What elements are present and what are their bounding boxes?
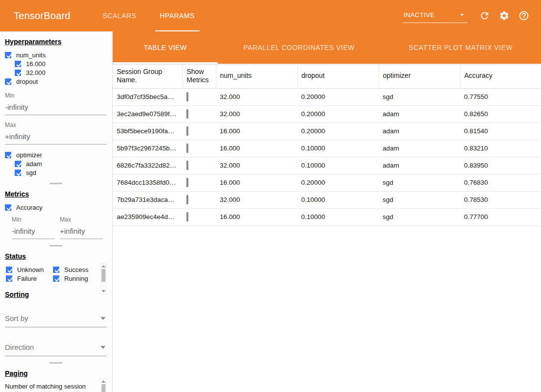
status-row-success: Success <box>53 265 97 274</box>
table-row[interactable]: 6826c7fa3322d82… 32.000 0.10000 adam 0.8… <box>113 157 541 174</box>
dropout-min-label: Min <box>5 92 106 99</box>
hyperparameters-section: Hyperparameters num_units 16.000 32.000 … <box>5 38 106 177</box>
tab-hparams[interactable]: HPARAMS <box>148 0 206 31</box>
help-button[interactable] <box>517 9 530 22</box>
col-show-metrics[interactable]: Show Metrics <box>182 64 216 88</box>
num-units-16-label: 16.000 <box>26 60 46 68</box>
sorting-title: Sorting <box>5 291 106 298</box>
table-body: 3df0d7cf35bec5a… 32.000 0.20000 sgd 0.77… <box>113 88 541 225</box>
dropout-cell: 0.20000 <box>297 174 379 191</box>
paging-title: Paging <box>5 369 97 377</box>
show-metrics-checkbox[interactable] <box>186 126 188 136</box>
accuracy-label: Accuracy <box>16 204 42 211</box>
optimizer-label: optimizer <box>16 151 42 159</box>
tab-table-view[interactable]: TABLE VIEW <box>113 31 218 64</box>
sorting-section: Sorting Sort by Direction <box>5 291 106 356</box>
show-metrics-checkbox[interactable] <box>186 212 188 221</box>
status-success-checkbox[interactable] <box>53 267 59 273</box>
metrics-min-input[interactable]: -infinity <box>12 227 55 239</box>
hparam-value-row: 32.000 <box>15 68 106 77</box>
metrics-title: Metrics <box>5 190 106 198</box>
tensorboard-logo: TensorBoard <box>14 10 71 22</box>
tab-scalars[interactable]: SCALARS <box>91 0 148 31</box>
table-row[interactable]: 3df0d7cf35bec5a… 32.000 0.20000 sgd 0.77… <box>113 88 541 105</box>
dropout-max-label: Max <box>5 122 106 128</box>
tab-parallel-coordinates-view[interactable]: PARALLEL COORDINATES VIEW <box>218 31 381 64</box>
sort-by-dropdown[interactable]: Sort by <box>5 313 106 327</box>
show-metrics-cell <box>182 208 216 225</box>
optimizer-adam-checkbox[interactable] <box>15 161 21 167</box>
dropout-checkbox[interactable] <box>5 78 11 85</box>
paging-scrollbar[interactable] <box>101 378 106 392</box>
main-content: TABLE VIEW PARALLEL COORDINATES VIEW SCA… <box>113 31 541 392</box>
col-optimizer[interactable]: optimizer <box>379 64 460 88</box>
table-row[interactable]: 5b97f3c2967245b… 16.000 0.10000 adam 0.8… <box>113 140 541 157</box>
refresh-button[interactable] <box>478 9 491 22</box>
dropout-min-input[interactable]: -infinity <box>5 103 106 115</box>
dropout-cell: 0.20000 <box>297 88 379 105</box>
col-session-group-name[interactable]: Session Group Name. <box>113 64 182 88</box>
session-group-name-cell: 7b29a731e3daca… <box>113 191 182 208</box>
panel-resize-handle[interactable] <box>50 245 62 246</box>
reload-state-dropdown[interactable]: INACTIVE <box>403 8 467 23</box>
optimizer-cell: sgd <box>379 88 460 105</box>
show-metrics-cell <box>182 105 216 122</box>
num-units-cell: 16.000 <box>216 208 297 225</box>
status-scrollbar[interactable] <box>101 263 106 294</box>
table-header: Session Group Name. Show Metrics num_uni… <box>113 64 541 88</box>
table-row[interactable]: 7684dcc13358fd0… 16.000 0.20000 sgd 0.76… <box>113 174 541 191</box>
accuracy-checkbox[interactable] <box>5 204 11 211</box>
show-metrics-checkbox[interactable] <box>186 195 188 204</box>
dropout-cell: 0.20000 <box>297 105 379 122</box>
dropout-max-input[interactable]: +infinity <box>5 132 106 145</box>
status-running-checkbox[interactable] <box>53 275 59 282</box>
accuracy-cell: 0.82650 <box>460 105 541 122</box>
panel-resize-handle[interactable] <box>50 183 62 184</box>
caret-down-icon <box>458 10 466 19</box>
col-accuracy[interactable]: Accuracy <box>460 64 541 88</box>
show-metrics-checkbox[interactable] <box>186 92 188 101</box>
settings-button[interactable] <box>498 9 511 22</box>
num-units-16-checkbox[interactable] <box>15 61 21 67</box>
show-metrics-checkbox[interactable] <box>186 109 188 119</box>
session-groups-table-wrap: Session Group Name. Show Metrics num_uni… <box>113 64 541 392</box>
session-group-name-cell: 3ec2aed9e07589f… <box>113 105 182 122</box>
session-groups-table: Session Group Name. Show Metrics num_uni… <box>113 64 541 226</box>
status-row-running: Running <box>53 274 97 283</box>
table-row[interactable]: ae235909ec4e4d… 16.000 0.10000 sgd 0.777… <box>113 208 541 225</box>
col-num-units[interactable]: num_units <box>216 64 297 88</box>
scrollbar-thumb[interactable] <box>102 384 105 392</box>
col-dropout[interactable]: dropout <box>297 64 379 88</box>
table-row[interactable]: 3ec2aed9e07589f… 32.000 0.20000 adam 0.8… <box>113 105 541 122</box>
status-unknown-checkbox[interactable] <box>6 267 12 273</box>
metrics-max-input[interactable]: +infinity <box>60 227 103 239</box>
optimizer-cell: adam <box>379 140 460 157</box>
optimizer-sgd-checkbox[interactable] <box>15 170 21 176</box>
num-units-checkbox[interactable] <box>5 52 11 58</box>
tab-scatter-plot-matrix-view[interactable]: SCATTER PLOT MATRIX VIEW <box>381 31 541 64</box>
show-metrics-cell <box>182 174 216 191</box>
status-failure-checkbox[interactable] <box>6 275 12 282</box>
scroll-down-icon[interactable] <box>102 290 105 293</box>
table-row[interactable]: 53bf5bece9190fa… 16.000 0.20000 adam 0.8… <box>113 122 541 140</box>
direction-dropdown[interactable]: Direction <box>5 342 106 356</box>
optimizer-sgd-label: sgd <box>26 169 36 176</box>
hparam-row-num-units: num_units <box>5 50 106 59</box>
panel-resize-handle[interactable] <box>50 362 62 364</box>
table-row[interactable]: 7b29a731e3daca… 32.000 0.10000 sgd 0.785… <box>113 191 541 208</box>
num-units-32-checkbox[interactable] <box>15 70 21 76</box>
show-metrics-checkbox[interactable] <box>186 144 188 153</box>
scroll-up-icon[interactable] <box>102 265 105 268</box>
hyperparameters-title: Hyperparameters <box>5 38 106 46</box>
scroll-up-icon[interactable] <box>102 380 105 383</box>
scrollbar-thumb[interactable] <box>102 269 105 282</box>
caret-down-icon <box>101 317 105 320</box>
matching-session-groups-text: Number of matching session groups: 8 <box>5 382 97 392</box>
optimizer-checkbox[interactable] <box>5 152 11 158</box>
show-metrics-checkbox[interactable] <box>186 161 188 170</box>
accuracy-cell: 0.78530 <box>460 191 541 208</box>
status-row-unknown: Unknown <box>6 265 53 274</box>
show-metrics-checkbox[interactable] <box>186 178 188 187</box>
header-nav-tabs: SCALARS HPARAMS <box>91 0 206 31</box>
status-success-label: Success <box>64 266 88 273</box>
